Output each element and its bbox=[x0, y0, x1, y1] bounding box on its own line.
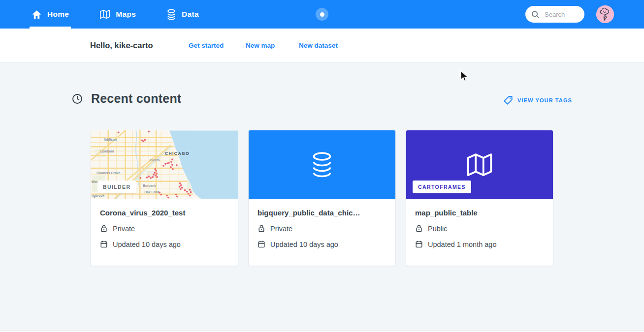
view-your-tags-link[interactable]: VIEW YOUR TAGS bbox=[503, 95, 572, 105]
map-label: Burbank bbox=[143, 184, 156, 187]
top-navigation-bar: Home Maps Data bbox=[0, 0, 644, 29]
calendar-icon bbox=[100, 240, 108, 248]
nav-tab-home[interactable]: Home bbox=[31, 0, 70, 29]
get-started-link[interactable]: Get started bbox=[189, 42, 224, 49]
nav-tab-label: Data bbox=[182, 10, 199, 19]
card-bigquery-dataset[interactable]: bigquery_public_data_chic… Private bbox=[248, 130, 396, 266]
home-icon bbox=[32, 10, 42, 19]
search-box[interactable] bbox=[525, 6, 584, 23]
clock-icon bbox=[72, 93, 83, 104]
map-label: Lombard bbox=[100, 150, 114, 153]
user-avatar[interactable] bbox=[596, 5, 614, 23]
updated-row: Updated 1 month ago bbox=[415, 240, 544, 248]
cartoframes-badge: CARTOFRAMES bbox=[413, 181, 471, 193]
privacy-row: Private bbox=[100, 224, 229, 233]
map-large-icon bbox=[466, 152, 493, 177]
updated-label: Updated 10 days ago bbox=[113, 241, 181, 248]
database-large-icon bbox=[311, 151, 333, 178]
card-corona-virus-map[interactable]: Addison Lombard Cicero Downers Grove Bur… bbox=[91, 130, 238, 266]
updated-row: Updated 10 days ago bbox=[100, 240, 229, 248]
card-title: map_public_table bbox=[415, 209, 544, 217]
nav-tab-label: Maps bbox=[116, 10, 136, 19]
lock-closed-icon bbox=[100, 224, 108, 233]
view-your-tags-label: VIEW YOUR TAGS bbox=[517, 97, 572, 103]
cartoframes-banner: CARTOFRAMES bbox=[406, 130, 553, 199]
updated-label: Updated 10 days ago bbox=[270, 241, 338, 248]
dataset-banner bbox=[249, 130, 395, 199]
notification-dot-icon bbox=[320, 12, 324, 17]
welcome-header: Hello, kike-carto Get started New map Ne… bbox=[0, 29, 644, 62]
nav-tab-maps[interactable]: Maps bbox=[98, 0, 137, 29]
greeting-text: Hello, kike-carto bbox=[90, 41, 153, 50]
card-body: bigquery_public_data_chic… Private bbox=[249, 199, 395, 248]
map-label: Oak Lawn bbox=[144, 190, 160, 194]
search-icon bbox=[531, 10, 540, 19]
map-label: Addison bbox=[104, 138, 117, 141]
recent-content-header: Recent content VIEW YOUR TAGS bbox=[72, 91, 572, 114]
privacy-row: Public bbox=[415, 224, 544, 233]
privacy-label: Public bbox=[428, 225, 448, 233]
privacy-label: Private bbox=[113, 225, 135, 233]
map-label: Cicero bbox=[150, 158, 160, 162]
mouse-cursor bbox=[459, 70, 470, 85]
map-label-chicago: CHICAGO bbox=[165, 151, 190, 156]
recent-content-cards: Addison Lombard Cicero Downers Grove Bur… bbox=[91, 130, 553, 266]
map-label: ngbrook bbox=[92, 194, 105, 198]
card-title: Corona_virus_2020_test bbox=[100, 209, 229, 217]
new-dataset-link[interactable]: New dataset bbox=[299, 42, 338, 49]
footer-divider bbox=[0, 330, 644, 332]
section-title: Recent content bbox=[91, 91, 181, 106]
card-body: Corona_virus_2020_test Private bbox=[91, 199, 238, 248]
privacy-label: Private bbox=[270, 225, 292, 233]
updated-label: Updated 1 month ago bbox=[428, 241, 496, 248]
nav-tab-label: Home bbox=[47, 10, 69, 19]
map-icon bbox=[99, 9, 110, 19]
card-body: map_public_table Public bbox=[406, 199, 553, 248]
card-map-public-table[interactable]: CARTOFRAMES map_public_table Public bbox=[406, 130, 553, 266]
nav-tab-data[interactable]: Data bbox=[165, 0, 200, 29]
new-map-link[interactable]: New map bbox=[246, 42, 275, 49]
builder-badge: BUILDER bbox=[97, 181, 136, 193]
search-input[interactable] bbox=[544, 10, 578, 19]
map-label: Downers Grove bbox=[97, 171, 121, 175]
database-icon bbox=[166, 9, 176, 20]
privacy-row: Private bbox=[258, 224, 386, 233]
calendar-icon bbox=[258, 240, 265, 248]
card-title: bigquery_public_data_chic… bbox=[258, 209, 386, 217]
lock-open-icon bbox=[415, 224, 423, 233]
updated-row: Updated 10 days ago bbox=[258, 240, 386, 248]
tag-icon bbox=[503, 95, 513, 105]
map-thumbnail: Addison Lombard Cicero Downers Grove Bur… bbox=[91, 130, 238, 199]
lock-closed-icon bbox=[258, 224, 265, 233]
calendar-icon bbox=[415, 240, 423, 248]
notification-indicator[interactable] bbox=[316, 8, 328, 21]
